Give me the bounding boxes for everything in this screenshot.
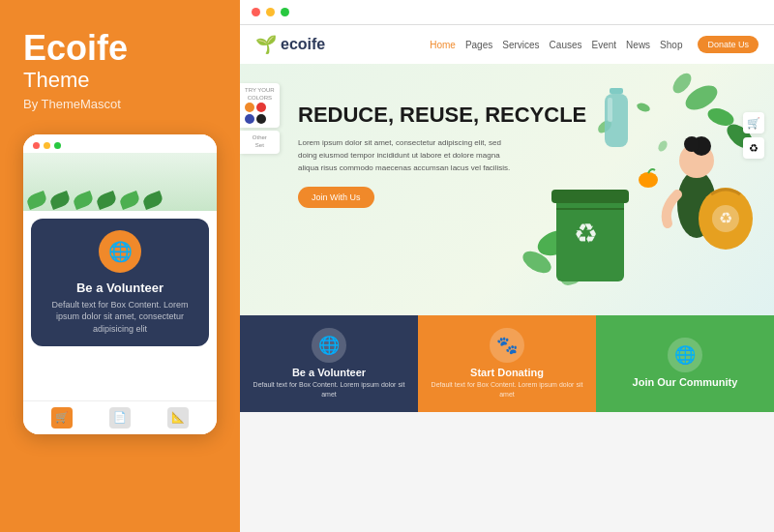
- mockup-cart-icon[interactable]: 🛒: [51, 407, 73, 429]
- hero-title: REDUCE, REUSE, RECYCLE: [298, 103, 755, 128]
- mobile-mockup: 🌐 Be a Volunteer Default text for Box Co…: [23, 134, 217, 434]
- swatch-set-label: Set: [245, 142, 275, 148]
- mockup-dot-yellow: [44, 142, 50, 149]
- nav-pages[interactable]: Pages: [465, 40, 492, 50]
- donate-card-title: Start Donating: [470, 367, 544, 378]
- hero-text: REDUCE, REUSE, RECYCLE Lorem ipsum dolor…: [298, 83, 755, 208]
- site-bottom-cards: 🌐 Be a Volunteer Default text for Box Co…: [240, 315, 774, 412]
- logo-icon: 🌱: [255, 34, 277, 55]
- leaf-5: [118, 191, 141, 210]
- donate-button[interactable]: Donate Us: [698, 36, 759, 53]
- volunteer-card-text: Default text for Box Content. Lorem ipsu…: [250, 380, 408, 399]
- nav-services[interactable]: Services: [502, 40, 539, 50]
- nav-news[interactable]: News: [626, 40, 650, 50]
- site-nav-links: Home Pages Services Causes Event News Sh…: [430, 36, 759, 53]
- left-panel: Ecoife Theme By ThemeMascot 🌐 Be a Volun…: [0, 0, 240, 532]
- join-button[interactable]: Join With Us: [298, 187, 374, 208]
- right-panel: 🌱 ecoife Home Pages Services Causes Even…: [240, 0, 774, 532]
- leaf-4: [95, 191, 118, 210]
- mockup-bottom-bar: 🛒 📄 📐: [23, 400, 217, 434]
- swatch-colors-label: COLORS: [245, 95, 275, 101]
- donate-card-icon: 🐾: [490, 328, 524, 363]
- mockup-top-bar: [23, 134, 217, 153]
- swatch-row-1: [245, 103, 275, 112]
- browser-dot-yellow: [266, 8, 275, 16]
- volunteer-card: 🌐 Be a Volunteer Default text for Box Co…: [240, 315, 418, 412]
- right-icon-bar: 🛒 ♻: [743, 112, 764, 159]
- logo-text: ecoife: [281, 36, 325, 53]
- community-card: 🌐 Join Our Community: [596, 315, 774, 412]
- mockup-doc-icon[interactable]: 📄: [109, 407, 131, 429]
- swatch-other-label: Other: [245, 134, 275, 140]
- mockup-volunteer-card: 🌐 Be a Volunteer Default text for Box Co…: [31, 219, 209, 347]
- mockup-card-icon: 🌐: [99, 230, 141, 273]
- svg-text:♻: ♻: [574, 219, 598, 249]
- mockup-dot-green: [54, 142, 61, 149]
- swatch-orange[interactable]: [245, 103, 254, 112]
- swatch-group-other: Other Set: [240, 131, 280, 154]
- browser-dot-red: [252, 8, 260, 16]
- leaf-6: [141, 191, 164, 210]
- mockup-hero-area: [23, 153, 217, 211]
- site-logo: 🌱 ecoife: [255, 34, 325, 55]
- site-navbar: 🌱 ecoife Home Pages Services Causes Even…: [240, 25, 774, 64]
- mockup-hero-leaves: [23, 190, 217, 211]
- leaf-3: [72, 191, 95, 210]
- swatch-try-label: TRY YOUR: [245, 87, 275, 93]
- brand-by: By ThemeMascot: [23, 97, 121, 111]
- donate-card: 🐾 Start Donating Default text for Box Co…: [418, 315, 596, 412]
- site-hero: TRY YOUR COLORS Other Set: [240, 64, 774, 315]
- donate-card-text: Default text for Box Content. Lorem ipsu…: [428, 380, 586, 399]
- leaf-1: [25, 191, 48, 210]
- cart-icon-btn[interactable]: 🛒: [743, 112, 764, 133]
- brand-title: Ecoife: [23, 29, 128, 68]
- mockup-dot-red: [33, 142, 40, 149]
- mockup-card-title: Be a Volunteer: [43, 281, 197, 295]
- mockup-card-text: Default text for Box Content. Lorem ipsu…: [43, 299, 197, 336]
- brand-subtitle: Theme: [23, 68, 89, 93]
- recycle-icon-btn[interactable]: ♻: [743, 137, 764, 159]
- mockup-tool-icon[interactable]: 📐: [167, 407, 189, 429]
- nav-causes[interactable]: Causes: [550, 40, 582, 50]
- nav-home[interactable]: Home: [430, 40, 456, 50]
- swatch-red[interactable]: [256, 103, 266, 112]
- leaf-2: [48, 191, 72, 210]
- browser-chrome: [240, 0, 774, 25]
- swatch-blue[interactable]: [245, 114, 254, 124]
- browser-content: 🌱 ecoife Home Pages Services Causes Even…: [240, 25, 774, 532]
- color-swatches: TRY YOUR COLORS Other Set: [240, 83, 280, 154]
- community-card-icon: 🌐: [668, 338, 702, 372]
- nav-event[interactable]: Event: [592, 40, 617, 50]
- swatch-group-try: TRY YOUR COLORS: [240, 83, 280, 128]
- community-card-title: Join Our Community: [633, 376, 738, 388]
- volunteer-card-title: Be a Volunteer: [292, 367, 366, 378]
- hero-description: Lorem ipsum dolor sit amet, consectetur …: [298, 137, 511, 174]
- volunteer-card-icon: 🌐: [312, 328, 346, 363]
- browser-dot-green: [281, 8, 289, 16]
- swatch-dark[interactable]: [256, 114, 266, 124]
- nav-shop[interactable]: Shop: [660, 40, 682, 50]
- svg-text:♻: ♻: [719, 210, 732, 226]
- swatch-row-2: [245, 114, 275, 124]
